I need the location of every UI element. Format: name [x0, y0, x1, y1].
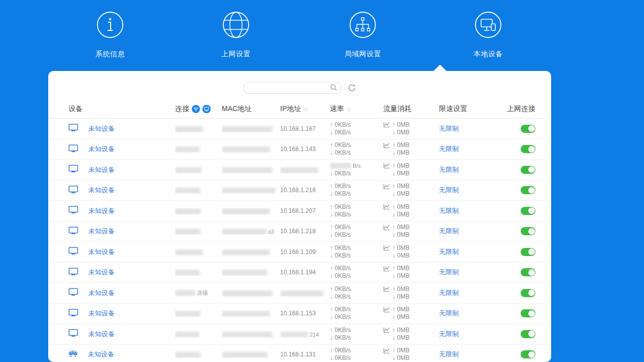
- mac-cell: [222, 166, 280, 173]
- internet-access-toggle[interactable]: [521, 125, 535, 133]
- table-row: 未知设备 B/s↓ 0KB/s ↑ 0MB ↓ 0MB 无限制: [48, 160, 551, 180]
- speed-limit-link[interactable]: 无限制: [439, 289, 459, 297]
- table-row: 未知设备 10.168.1.131 ↑ 0KB/s↓ 0KB/s ↑ 0MB ↓…: [48, 345, 551, 362]
- internet-access-toggle[interactable]: [521, 289, 535, 297]
- tab-lan-settings[interactable]: 局域网设置: [345, 11, 382, 59]
- traffic-cell: ↑ 0MB ↓ 0MB: [383, 327, 439, 342]
- speed-cell: ↑ 0KB/s↓ 0KB/s: [330, 224, 383, 239]
- speed-limit-link[interactable]: 无限制: [439, 207, 459, 214]
- traffic-cell: ↑ 0MB ↓ 0MB: [383, 162, 439, 177]
- speed-limit-link[interactable]: 无限制: [439, 268, 459, 276]
- monitor-icon: [69, 144, 78, 154]
- col-speed[interactable]: 速率 ◇: [330, 104, 383, 114]
- col-mac: MAC地址: [222, 104, 280, 114]
- tab-local-devices[interactable]: 本地设备: [473, 11, 503, 59]
- traffic-cell: ↑ 0MB ↓ 0MB: [383, 141, 439, 157]
- speed-cell: ↑ 0KB/s↓ 0KB/s: [330, 183, 383, 198]
- mac-cell: a3: [222, 228, 280, 235]
- connection-cell: [175, 269, 222, 276]
- device-name-link[interactable]: 未知设备: [88, 268, 115, 277]
- ip-cell: 10.168.1.131: [280, 351, 330, 358]
- speed-limit-link[interactable]: 无限制: [439, 330, 459, 338]
- lan-topology-icon: [349, 11, 377, 39]
- ip-sort-icon[interactable]: ◇: [303, 106, 308, 112]
- table-row: 未知设备 10.168.1.109 ↑ 0KB/s↓ 0KB/s ↑ 0MB ↓…: [48, 242, 551, 263]
- device-name-link[interactable]: 未知设备: [88, 227, 115, 236]
- tab-system-info[interactable]: 系统信息: [95, 11, 125, 59]
- internet-access-toggle[interactable]: [521, 330, 535, 338]
- tab-internet-settings[interactable]: 上网设置: [221, 11, 251, 59]
- device-name-link[interactable]: 未知设备: [88, 144, 115, 154]
- monitor-icon: [69, 329, 78, 339]
- search-box: [243, 82, 342, 94]
- speed-limit-link[interactable]: 无限制: [439, 227, 459, 235]
- mac-cell: [222, 310, 280, 317]
- tab-label: 上网设置: [221, 50, 251, 59]
- device-name-link[interactable]: 未知设备: [88, 288, 115, 298]
- refresh-button[interactable]: [348, 83, 357, 92]
- speed-cell: ↑ 0KB/s↓ 0KB/s: [330, 285, 383, 301]
- wifi-filter-icon[interactable]: [192, 105, 200, 113]
- device-name-link[interactable]: 未知设备: [88, 186, 115, 195]
- speed-cell: ↑ 0KB/s↓ 0KB/s: [330, 265, 383, 280]
- huawei-logo-icon: [69, 350, 78, 359]
- monitor-icon: [69, 124, 78, 133]
- speed-limit-link[interactable]: 无限制: [439, 125, 459, 132]
- speed-limit-link[interactable]: 无限制: [439, 309, 459, 317]
- ip-cell: [280, 289, 330, 297]
- internet-access-toggle[interactable]: [521, 207, 535, 215]
- device-name-link[interactable]: 未知设备: [88, 206, 115, 215]
- speed-limit-link[interactable]: 无限制: [439, 145, 459, 153]
- globe-icon: [222, 11, 250, 39]
- speed-sort-icon[interactable]: ◇: [347, 106, 351, 112]
- connection-cell: [175, 331, 222, 338]
- mac-cell: [222, 248, 280, 256]
- internet-access-toggle[interactable]: [521, 186, 535, 194]
- traffic-cell: ↑ 0MB ↓ 0MB: [383, 265, 439, 280]
- device-name-link[interactable]: 未知设备: [88, 350, 114, 359]
- internet-access-toggle[interactable]: [521, 145, 535, 153]
- device-name-link[interactable]: 未知设备: [88, 309, 115, 318]
- speed-limit-link[interactable]: 无限制: [439, 186, 459, 194]
- internet-access-toggle[interactable]: [521, 309, 535, 317]
- internet-access-toggle[interactable]: [521, 248, 535, 256]
- ip-cell: 10.168.1.194: [280, 269, 330, 276]
- internet-access-toggle[interactable]: [521, 166, 535, 174]
- table-row: 未知设备 10.168.1.207 ↑ 0KB/s↓ 0KB/s ↑ 0MB ↓…: [48, 201, 551, 222]
- table-row: 未知设备 10.168.1.153 ↑ 0KB/s↓ 0KB/s ↑ 0MB ↓…: [48, 304, 551, 324]
- refresh-icon: [348, 84, 356, 92]
- monitor-icon: [69, 165, 78, 174]
- col-ip[interactable]: IP地址 ◇: [280, 104, 330, 114]
- internet-access-toggle[interactable]: [521, 227, 535, 235]
- tab-label: 局域网设置: [345, 50, 382, 59]
- mac-cell: [222, 146, 280, 153]
- mac-cell: [222, 269, 280, 276]
- device-name-link[interactable]: 未知设备: [88, 247, 115, 257]
- traffic-cell: ↑ 0MB ↓ 0MB: [383, 347, 439, 362]
- table-row: 未知设备 10.168.1.216 ↑ 0KB/s↓ 0KB/s ↑ 0MB ↓…: [48, 180, 551, 201]
- ip-cell: 214: [280, 331, 330, 338]
- traffic-chart-icon: [383, 307, 390, 313]
- monitor-icon: [69, 186, 78, 195]
- col-device: 设备: [69, 104, 175, 114]
- device-name-link[interactable]: 未知设备: [88, 165, 115, 174]
- traffic-cell: ↑ 0MB ↓ 0MB: [383, 224, 439, 239]
- ip-cell: 10.168.1.216: [280, 187, 330, 194]
- internet-access-toggle[interactable]: [521, 350, 535, 358]
- speed-limit-link[interactable]: 无限制: [439, 248, 459, 256]
- search-input[interactable]: [249, 83, 330, 93]
- traffic-cell: ↑ 0MB ↓ 0MB: [383, 121, 439, 136]
- connection-cell: [175, 166, 222, 173]
- table-header: 设备 连接 MAC地址 IP地址 ◇ 速率 ◇ 流量消耗 限速设置: [48, 100, 551, 119]
- device-name-link[interactable]: 未知设备: [88, 330, 115, 339]
- speed-cell: ↑ 0KB/s↓ 0KB/s: [330, 141, 383, 157]
- speed-limit-link[interactable]: 无限制: [439, 350, 459, 358]
- speed-cell: ↑ 0KB/s↓ 0KB/s: [330, 203, 383, 219]
- monitor-icon: [69, 309, 78, 318]
- internet-access-toggle[interactable]: [521, 268, 535, 276]
- wired-filter-icon[interactable]: [202, 105, 211, 113]
- speed-limit-link[interactable]: 无限制: [439, 166, 459, 173]
- monitor-icon: [69, 288, 78, 298]
- device-name-link[interactable]: 未知设备: [88, 124, 115, 133]
- speed-cell: ↑ 0KB/s↓ 0KB/s: [330, 306, 383, 321]
